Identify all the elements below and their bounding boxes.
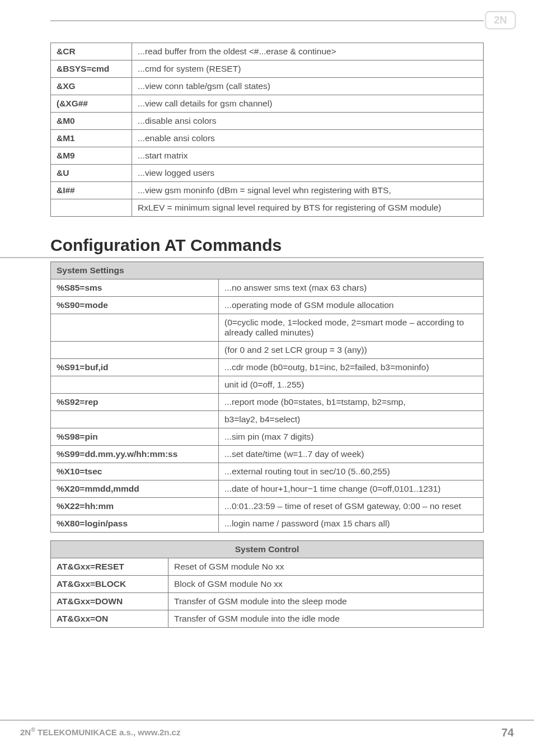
cmd-desc: Reset of GSM module No xx (168, 558, 484, 576)
cmd-key: %S99=dd.mm.yy.w/hh:mm:ss (51, 446, 219, 463)
cmd-key (51, 411, 219, 428)
table-row: (&XG##...view call details for gsm chann… (51, 95, 484, 113)
cmd-desc: ...no answer sms text (max 63 chars) (219, 279, 484, 297)
table-row: RxLEV = minimum signal level required by… (51, 199, 484, 217)
cmd-desc: ...enable ansi colors (132, 130, 484, 147)
cmd-desc: (for 0 and 2 set LCR group = 3 (any)) (219, 342, 484, 359)
cmd-key: (&XG## (51, 95, 132, 113)
table-caption: System Settings (51, 262, 484, 279)
table-row: %S90=mode...operating mode of GSM module… (51, 297, 484, 314)
table-row: &M0...disable ansi colors (51, 113, 484, 130)
cmd-desc: ...start matrix (132, 147, 484, 165)
table-row: %S98=pin...sim pin (max 7 digits) (51, 428, 484, 446)
cmd-desc: ...report mode (b0=states, b1=tstamp, b2… (219, 394, 484, 411)
cmd-desc: ...operating mode of GSM module allocati… (219, 297, 484, 314)
cmd-desc: RxLEV = minimum signal level required by… (132, 199, 484, 217)
cmd-key: &CR (51, 43, 132, 60)
cmd-desc: b3=lay2, b4=select) (219, 411, 484, 428)
table-row: AT&Gxx=DOWNTransfer of GSM module into t… (51, 593, 484, 610)
cmd-desc: unit id (0=off, 1..255) (219, 376, 484, 394)
table-row: AT&Gxx=RESETReset of GSM module No xx (51, 558, 484, 576)
cmd-key: &I## (51, 182, 132, 199)
cmd-key: %S98=pin (51, 428, 219, 446)
brand-logo-icon: 2N (485, 10, 516, 30)
cmd-desc: Transfer of GSM module into the sleep mo… (168, 593, 484, 610)
table-caption-row: System Settings (51, 262, 484, 279)
cmd-desc: ...disable ansi colors (132, 113, 484, 130)
cmd-key: &M9 (51, 147, 132, 165)
section-heading: Configuration AT Commands (0, 236, 484, 258)
cmd-key: %X22=hh:mm (51, 498, 219, 515)
cmd-desc: Transfer of GSM module into the idle mod… (168, 610, 484, 628)
cmd-key: &M0 (51, 113, 132, 130)
cmd-desc: ...view logged users (132, 165, 484, 182)
and-commands-table: &CR...read buffer from the oldest <#...e… (50, 43, 484, 217)
table-row: %S92=rep...report mode (b0=states, b1=ts… (51, 394, 484, 411)
table-row: AT&Gxx=BLOCKBlock of GSM module No xx (51, 576, 484, 593)
cmd-key: %X80=login/pass (51, 515, 219, 533)
footer-page-number: 74 (502, 726, 514, 739)
cmd-desc: ...external routing tout in sec/10 (5..6… (219, 463, 484, 480)
cmd-desc: ...set date/time (w=1..7 day of week) (219, 446, 484, 463)
cmd-key: %S85=sms (51, 279, 219, 297)
table-row: %S85=sms...no answer sms text (max 63 ch… (51, 279, 484, 297)
cmd-desc: ...view call details for gsm channel) (132, 95, 484, 113)
system-settings-table: System Settings %S85=sms...no answer sms… (50, 262, 484, 533)
cmd-desc: ...0:01..23:59 – time of reset of GSM ga… (219, 498, 484, 515)
footer-brand: 2N (20, 727, 31, 737)
table-row: (for 0 and 2 set LCR group = 3 (any)) (51, 342, 484, 359)
cmd-key: %X20=mmdd,mmdd (51, 480, 219, 498)
cmd-desc: ...sim pin (max 7 digits) (219, 428, 484, 446)
cmd-key: %X10=tsec (51, 463, 219, 480)
cmd-key (51, 376, 219, 394)
cmd-key (51, 342, 219, 359)
table-row: %X10=tsec...external routing tout in sec… (51, 463, 484, 480)
table-row: %X20=mmdd,mmdd...date of hour+1,hour−1 t… (51, 480, 484, 498)
table-row: %S99=dd.mm.yy.w/hh:mm:ss...set date/time… (51, 446, 484, 463)
cmd-desc: ...view conn table/gsm (call states) (132, 78, 484, 95)
cmd-key (51, 199, 132, 217)
cmd-key: AT&Gxx=DOWN (51, 593, 168, 610)
cmd-key: AT&Gxx=RESET (51, 558, 168, 576)
table-row: &I##...view gsm moninfo (dBm = signal le… (51, 182, 484, 199)
top-divider (50, 20, 484, 21)
table-row: &CR...read buffer from the oldest <#...e… (51, 43, 484, 60)
svg-text:2N: 2N (494, 15, 507, 26)
table-row: &M1...enable ansi colors (51, 130, 484, 147)
cmd-desc: ...date of hour+1,hour−1 time change (0=… (219, 480, 484, 498)
cmd-desc: ...read buffer from the oldest <#...eras… (132, 43, 484, 60)
table-row: &BSYS=cmd...cmd for system (RESET) (51, 60, 484, 78)
table-row: (0=cyclic mode, 1=locked mode, 2=smart m… (51, 314, 484, 342)
table-row: %X22=hh:mm...0:01..23:59 – time of reset… (51, 498, 484, 515)
table-row: unit id (0=off, 1..255) (51, 376, 484, 394)
cmd-key: %S90=mode (51, 297, 219, 314)
table-caption: System Control (51, 541, 484, 558)
cmd-key: &XG (51, 78, 132, 95)
table-row: &M9...start matrix (51, 147, 484, 165)
page-footer: 2N® TELEKOMUNIKACE a.s., www.2n.cz 74 (0, 720, 534, 739)
footer-left: 2N® TELEKOMUNIKACE a.s., www.2n.cz (20, 726, 180, 739)
brand-logo: 2N (485, 10, 516, 32)
table-row: &U...view logged users (51, 165, 484, 182)
cmd-key: &BSYS=cmd (51, 60, 132, 78)
cmd-desc: ...login name / password (max 15 chars a… (219, 515, 484, 533)
footer-company: TELEKOMUNIKACE a.s., www.2n.cz (35, 727, 180, 737)
cmd-key: &M1 (51, 130, 132, 147)
cmd-desc: ...view gsm moninfo (dBm = signal level … (132, 182, 484, 199)
cmd-key: AT&Gxx=BLOCK (51, 576, 168, 593)
cmd-key: %S91=buf,id (51, 359, 219, 376)
table-caption-row: System Control (51, 541, 484, 558)
cmd-key: AT&Gxx=ON (51, 610, 168, 628)
cmd-desc: ...cdr mode (b0=outg, b1=inc, b2=failed,… (219, 359, 484, 376)
table-row: &XG...view conn table/gsm (call states) (51, 78, 484, 95)
footer-reg-icon: ® (31, 726, 35, 733)
page-frame: 2N &CR...read buffer from the oldest <#.… (0, 0, 534, 756)
cmd-desc: ...cmd for system (RESET) (132, 60, 484, 78)
cmd-key: &U (51, 165, 132, 182)
cmd-key (51, 314, 219, 342)
table-row: %S91=buf,id...cdr mode (b0=outg, b1=inc,… (51, 359, 484, 376)
spacer (50, 533, 484, 540)
cmd-desc: Block of GSM module No xx (168, 576, 484, 593)
table-row: AT&Gxx=ONTransfer of GSM module into the… (51, 610, 484, 628)
cmd-desc: (0=cyclic mode, 1=locked mode, 2=smart m… (219, 314, 484, 342)
